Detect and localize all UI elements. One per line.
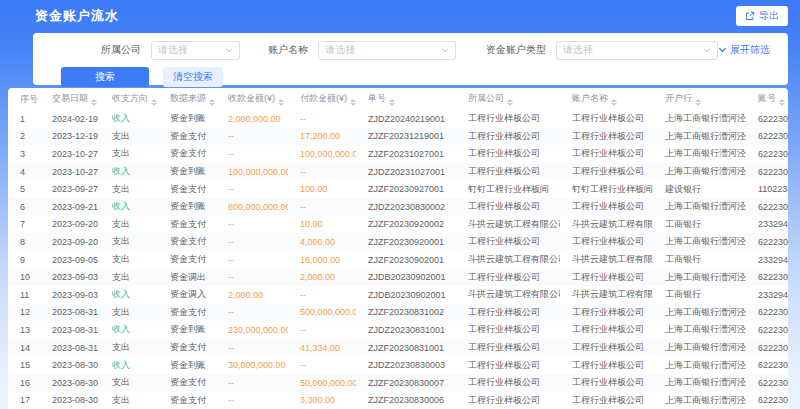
- table-row[interactable]: 7 2023-09-20 支出 资金支付 -- 10.00 ZJZF202309…: [8, 216, 788, 234]
- cell-index: 12: [8, 304, 40, 322]
- table-row[interactable]: 2 2023-12-19 支出 资金支付 -- 17,200.00 ZJZF20…: [8, 128, 788, 146]
- table-row[interactable]: 5 2023-09-27 支出 资金支付 -- 100.00 ZJZF20230…: [8, 180, 788, 198]
- cell-account-name: 工程行业样板公司: [560, 198, 653, 216]
- table-row[interactable]: 1 2024-02-19 收入 资金到账 2,000,000.00 -- ZJD…: [8, 110, 788, 128]
- table-row[interactable]: 12 2023-08-31 支出 资金支付 -- 500,000,000.00 …: [8, 304, 788, 322]
- cell-paid-amount: 2,000.00: [288, 268, 356, 286]
- cell-paid-amount: 500,000,000.00: [288, 304, 356, 322]
- cell-account-no: 622230111: [746, 268, 788, 286]
- col-header-source[interactable]: 数据来源: [158, 88, 216, 110]
- filter-panel: 所属公司 请选择 账户名称 请选择 资金账户类型 请选择 展开筛选: [33, 33, 788, 85]
- account-name-filter-label: 账户名称: [268, 43, 308, 57]
- cell-source: 资金到账: [158, 321, 216, 339]
- cell-received-amount: --: [216, 251, 288, 269]
- sort-caret-icon: [278, 99, 284, 106]
- col-header-date[interactable]: 交易日期: [40, 88, 100, 110]
- cell-source: 资金调出: [158, 268, 216, 286]
- cell-date: 2023-09-21: [40, 198, 100, 216]
- col-header-received[interactable]: 收款金额(¥): [216, 88, 288, 110]
- company-select[interactable]: 请选择: [151, 41, 240, 60]
- cell-date: 2024-02-19: [40, 110, 100, 128]
- export-label: 导出: [759, 9, 779, 23]
- col-header-account-name[interactable]: 账户名称: [560, 88, 653, 110]
- cell-received-amount: --: [216, 268, 288, 286]
- cell-index: 8: [8, 233, 40, 251]
- col-header-account-no[interactable]: 账号: [746, 88, 788, 110]
- cell-source: 资金支付: [158, 304, 216, 322]
- cell-date: 2023-08-30: [40, 392, 100, 409]
- cell-received-amount: --: [216, 374, 288, 392]
- account-name-select[interactable]: 请选择: [318, 41, 456, 60]
- cell-bank: 上海工商银行漕河泾支行: [653, 392, 746, 409]
- cell-index: 6: [8, 198, 40, 216]
- cell-index: 16: [8, 374, 40, 392]
- cell-direction: 支出: [100, 251, 158, 269]
- cell-index: 17: [8, 392, 40, 409]
- col-header-bank[interactable]: 开户行: [653, 88, 746, 110]
- cell-date: 2023-09-27: [40, 180, 100, 198]
- cell-account-no: 622230111: [746, 198, 788, 216]
- table-row[interactable]: 13 2023-08-31 收入 资金到账 230,000,000.00 -- …: [8, 321, 788, 339]
- col-header-paid[interactable]: 付款金额(¥): [288, 88, 356, 110]
- cell-order-no: ZJZF20230927001: [356, 180, 456, 198]
- cell-index: 11: [8, 286, 40, 304]
- cell-direction: 收入: [100, 286, 158, 304]
- cell-date: 2023-08-31: [40, 321, 100, 339]
- cell-date: 2023-09-03: [40, 286, 100, 304]
- cell-order-no: ZJZF20230831001: [356, 339, 456, 357]
- table-row[interactable]: 14 2023-08-31 支出 资金支付 -- 41,334.00 ZJZF2…: [8, 339, 788, 357]
- cell-account-name: 工程行业样板公司: [560, 392, 653, 409]
- col-header-order-no[interactable]: 单号: [356, 88, 456, 110]
- cell-bank: 上海工商银行漕河泾支行: [653, 321, 746, 339]
- table-row[interactable]: 8 2023-09-20 支出 资金支付 -- 4,000.00 ZJZF202…: [8, 233, 788, 251]
- table-row[interactable]: 4 2023-10-27 收入 资金到账 100,000,000.00 -- Z…: [8, 163, 788, 181]
- cell-company: 斗拱云建筑工程有限公司: [456, 286, 560, 304]
- cell-paid-amount: --: [288, 286, 356, 304]
- cell-order-no: ZJDZ20230830002: [356, 198, 456, 216]
- search-button[interactable]: 搜索: [61, 67, 149, 87]
- table-row[interactable]: 10 2023-09-03 支出 资金调出 -- 2,000.00 ZJDB20…: [8, 268, 788, 286]
- cell-received-amount: 2,000.00: [216, 286, 288, 304]
- clear-search-button[interactable]: 清空搜索: [163, 67, 223, 87]
- cell-paid-amount: --: [288, 163, 356, 181]
- cell-order-no: ZJDZ20240219001: [356, 110, 456, 128]
- cell-paid-amount: 10.00: [288, 216, 356, 234]
- table-row[interactable]: 3 2023-10-27 支出 资金支付 -- 100,000,000.00 Z…: [8, 145, 788, 163]
- cell-received-amount: --: [216, 233, 288, 251]
- cell-direction: 支出: [100, 145, 158, 163]
- table-row[interactable]: 11 2023-09-03 收入 资金调入 2,000.00 -- ZJDB20…: [8, 286, 788, 304]
- account-name-select-placeholder: 请选择: [325, 43, 355, 57]
- cell-source: 资金支付: [158, 128, 216, 146]
- export-button[interactable]: 导出: [736, 6, 788, 26]
- table-row[interactable]: 6 2023-09-21 收入 资金到账 800,000,000.00 -- Z…: [8, 198, 788, 216]
- expand-filters-link[interactable]: 展开筛选: [718, 43, 770, 57]
- account-type-select[interactable]: 请选择: [556, 41, 718, 60]
- cell-account-name: 工程行业样板公司: [560, 304, 653, 322]
- cell-received-amount: 2,000,000.00: [216, 110, 288, 128]
- cell-index: 1: [8, 110, 40, 128]
- cell-account-name: 工程行业样板公司: [560, 321, 653, 339]
- cell-received-amount: 100,000,000.00: [216, 163, 288, 181]
- account-type-filter-label: 资金账户类型: [486, 43, 546, 57]
- col-header-company[interactable]: 所属公司: [456, 88, 560, 110]
- table-row[interactable]: 16 2023-08-30 支出 资金支付 -- 50,000,000.00 Z…: [8, 374, 788, 392]
- col-header-direction[interactable]: 收支方向: [100, 88, 158, 110]
- cell-account-no: 622230111: [746, 163, 788, 181]
- table-row[interactable]: 17 2023-08-30 支出 资金支付 -- 3,300.00 ZJZF20…: [8, 392, 788, 409]
- cell-account-no: 23329499-: [746, 251, 788, 269]
- company-filter-label: 所属公司: [101, 43, 141, 57]
- cell-date: 2023-08-31: [40, 339, 100, 357]
- cell-index: 7: [8, 216, 40, 234]
- col-header-index: 序号: [8, 88, 40, 110]
- table-row[interactable]: 15 2023-08-30 收入 资金到账 30,000,000.00 -- Z…: [8, 356, 788, 374]
- table-row[interactable]: 9 2023-09-05 支出 资金支付 -- 16,000.00 ZJZF20…: [8, 251, 788, 269]
- chevron-down-icon: [718, 45, 727, 56]
- cell-bank: 上海工商银行漕河泾支行: [653, 268, 746, 286]
- cell-bank: 上海工商银行漕河泾支行: [653, 128, 746, 146]
- cell-received-amount: --: [216, 304, 288, 322]
- cell-received-amount: --: [216, 145, 288, 163]
- cell-account-name: 钉钉工程行业样板间: [560, 180, 653, 198]
- cell-paid-amount: 100,000,000.00: [288, 145, 356, 163]
- cell-order-no: ZJDZ20230830003: [356, 356, 456, 374]
- cell-order-no: ZJZF20230920002: [356, 216, 456, 234]
